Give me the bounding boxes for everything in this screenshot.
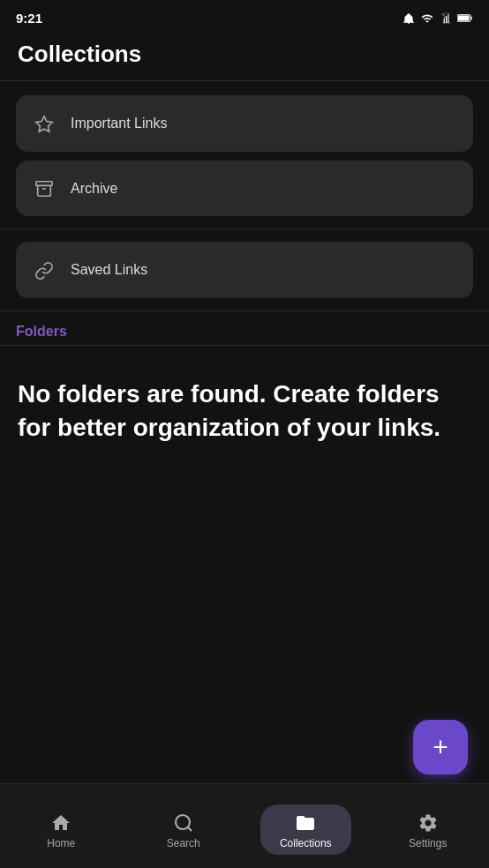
nav-item-settings[interactable]: Settings bbox=[367, 803, 490, 849]
saved-links-section: Saved Links bbox=[0, 229, 489, 298]
svg-rect-4 bbox=[36, 182, 52, 186]
settings-icon bbox=[418, 810, 439, 833]
search-label: Search bbox=[167, 837, 200, 849]
svg-rect-1 bbox=[470, 17, 472, 19]
status-bar: 9:21 bbox=[0, 0, 489, 32]
svg-line-7 bbox=[187, 827, 191, 830]
collection-items-list: Important Links Archive bbox=[0, 81, 489, 216]
svg-rect-2 bbox=[458, 16, 470, 21]
wifi-icon bbox=[420, 10, 434, 26]
plus-icon: + bbox=[433, 734, 448, 760]
important-links-label: Important Links bbox=[71, 116, 167, 131]
collection-card-archive[interactable]: Archive bbox=[16, 161, 473, 217]
collections-label: Collections bbox=[280, 837, 332, 849]
nav-item-home[interactable]: Home bbox=[0, 803, 123, 849]
svg-marker-3 bbox=[36, 116, 52, 131]
collection-card-saved-links[interactable]: Saved Links bbox=[16, 242, 473, 298]
collections-icon bbox=[295, 810, 316, 833]
collection-card-important-links[interactable]: Important Links bbox=[16, 95, 473, 152]
empty-state: No folders are found. Create folders for… bbox=[0, 346, 489, 445]
page-title: Collections bbox=[0, 32, 489, 80]
status-icons bbox=[402, 10, 473, 26]
saved-links-label: Saved Links bbox=[71, 262, 147, 278]
notification-icon bbox=[402, 11, 415, 25]
nav-item-search[interactable]: Search bbox=[123, 803, 245, 849]
home-icon bbox=[50, 810, 71, 833]
collections-pill: Collections bbox=[260, 804, 351, 854]
battery-icon bbox=[457, 10, 473, 26]
nav-item-collections[interactable]: Collections bbox=[244, 797, 367, 854]
settings-label: Settings bbox=[409, 837, 447, 849]
add-folder-fab[interactable]: + bbox=[413, 720, 468, 774]
link-icon bbox=[34, 259, 55, 281]
folders-section: Folders bbox=[0, 311, 489, 340]
star-icon bbox=[34, 113, 55, 134]
archive-icon bbox=[34, 178, 55, 199]
svg-point-6 bbox=[176, 815, 190, 829]
home-label: Home bbox=[47, 837, 75, 849]
bottom-nav: Home Search Collections Sett bbox=[0, 783, 489, 868]
status-time: 9:21 bbox=[16, 11, 42, 26]
search-icon bbox=[173, 810, 194, 833]
empty-state-text: No folders are found. Create folders for… bbox=[18, 378, 471, 445]
archive-label: Archive bbox=[71, 181, 117, 197]
signal-icon bbox=[440, 10, 452, 26]
folders-section-title: Folders bbox=[16, 324, 473, 340]
